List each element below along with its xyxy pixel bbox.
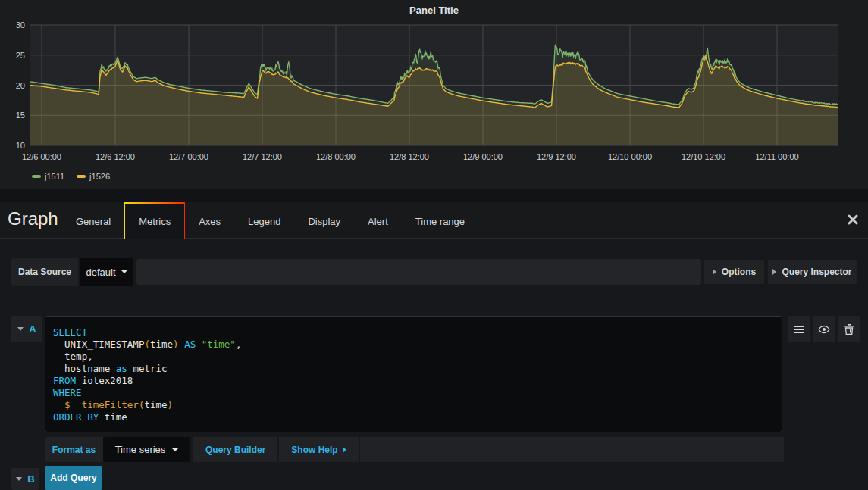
time-series-chart[interactable]: 12/6 00:0012/6 12:0012/7 00:0012/7 12:00… [0,0,868,168]
query-options-filler [360,437,784,462]
chart-legend: j1511j1526 [32,172,110,181]
svg-text:12/8 12:00: 12/8 12:00 [390,152,429,161]
query-builder-button[interactable]: Query Builder [193,437,277,462]
datasource-label: Data Source [11,258,78,286]
legend-label: j1526 [89,172,110,181]
chevron-down-icon [17,327,24,331]
query-ref-label: A [29,323,36,335]
datasource-value: default [86,267,115,278]
query-remove-button[interactable] [838,316,860,342]
panel-type-title: Graph [8,208,58,229]
chevron-right-icon [343,447,346,453]
query-ref-label: B [27,473,34,485]
x-axis-labels: 12/6 00:0012/6 12:0012/7 00:0012/7 12:00… [22,152,799,161]
svg-text:12/10 12:00: 12/10 12:00 [682,152,725,161]
query-options-row: Format as Time series Query Builder Show… [45,437,784,462]
legend-item[interactable]: j1511 [32,172,64,181]
trash-icon [844,323,854,335]
y-axis-labels: 1015202530 [16,20,25,150]
close-icon[interactable] [848,214,858,225]
svg-text:12/6 00:00: 12/6 00:00 [22,152,61,161]
chevron-down-icon [16,477,22,481]
svg-text:15: 15 [16,111,25,120]
tab-time-range[interactable]: Time range [402,202,478,239]
datasource-select[interactable]: default [80,258,133,286]
query-a-collapse-toggle[interactable]: A [11,316,42,342]
svg-text:12/7 12:00: 12/7 12:00 [243,152,282,161]
panel-editor-tabbar: Graph GeneralMetricsAxesLegendDisplayAle… [0,202,868,239]
query-inspector-button[interactable]: Query Inspector [768,260,857,284]
options-button[interactable]: Options [704,260,764,284]
tab-legend[interactable]: Legend [234,202,294,239]
tab-display[interactable]: Display [294,202,354,239]
svg-text:12/10 00:00: 12/10 00:00 [608,152,652,161]
sql-query-editor[interactable]: SELECT UNIX_TIMESTAMP(time) AS "time", t… [45,316,782,432]
add-query-button[interactable]: Add Query [45,466,102,490]
legend-swatch [77,175,86,178]
tab-metrics[interactable]: Metrics [124,202,185,239]
chevron-down-icon [121,270,127,273]
svg-text:20: 20 [16,81,25,90]
menu-icon [794,326,804,333]
show-help-button[interactable]: Show Help [279,437,358,462]
datasource-row: Data Source default Options Query Inspec… [0,258,868,286]
panel-divider [0,189,868,202]
svg-text:25: 25 [16,51,25,60]
svg-text:12/11 00:00: 12/11 00:00 [755,152,798,161]
legend-label: j1511 [45,172,64,181]
svg-text:12/8 00:00: 12/8 00:00 [316,152,356,161]
editor-tabs: GeneralMetricsAxesLegendDisplayAlertTime… [62,202,478,239]
tab-general[interactable]: General [62,202,124,239]
svg-text:10: 10 [16,141,25,150]
query-disable-button[interactable] [813,316,835,342]
format-as-value: Time series [115,444,166,455]
format-as-label: Format as [45,437,103,462]
datasource-filler-bar [136,259,701,285]
query-menu-button[interactable] [788,316,810,342]
svg-text:12/9 12:00: 12/9 12:00 [537,152,576,161]
chevron-right-icon [772,269,776,275]
svg-text:12/9 00:00: 12/9 00:00 [463,152,503,161]
graph-panel: Panel Title 12/6 00:0012/6 12:0012/7 00:… [0,0,868,189]
tab-alert[interactable]: Alert [354,202,402,239]
format-as-select[interactable]: Time series [103,437,190,462]
eye-icon [818,323,830,336]
legend-item[interactable]: j1526 [77,172,110,181]
tab-axes[interactable]: Axes [185,202,234,239]
legend-swatch [32,175,41,178]
svg-text:12/6 12:00: 12/6 12:00 [96,152,135,161]
chevron-right-icon [713,269,716,275]
svg-text:12/7 00:00: 12/7 00:00 [169,152,208,161]
svg-text:30: 30 [16,20,25,30]
chevron-down-icon [172,448,178,451]
query-b-collapse-toggle[interactable]: B [11,468,39,490]
